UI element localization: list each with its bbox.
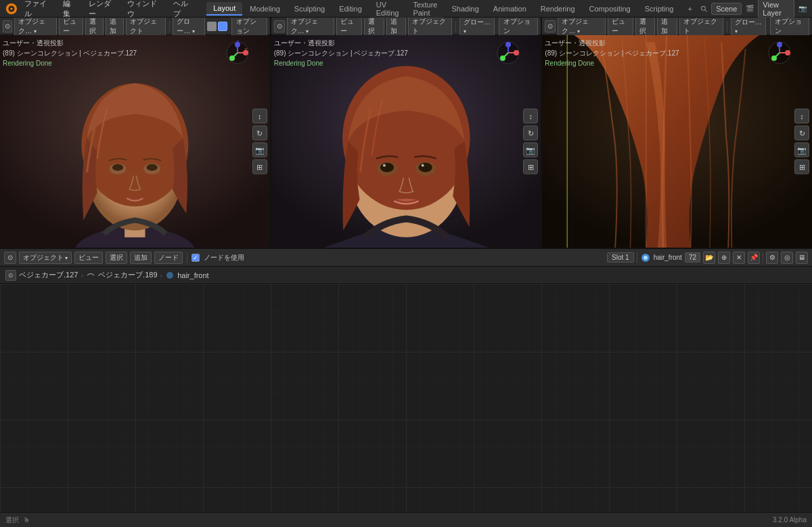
vp3-collection: (89) シーンコレクション | ベジェカーブ.127 bbox=[545, 48, 679, 58]
vp2-camera-tool[interactable]: 📷 bbox=[523, 143, 538, 158]
ne-sep2 bbox=[637, 252, 637, 263]
vp2-select-btn[interactable]: 選択 bbox=[364, 18, 384, 37]
vp3-mode-icon[interactable]: ⊙ bbox=[545, 20, 556, 32]
vp3-view-btn[interactable]: ビュー bbox=[608, 18, 633, 37]
ne-overlay-icon[interactable]: ◎ bbox=[781, 252, 793, 264]
vp2-move-tool[interactable]: ↕ bbox=[523, 109, 538, 124]
vp3-select-btn[interactable]: 選択 bbox=[635, 18, 656, 37]
vp1-content[interactable]: ユーザー・透視投影 (89) シーンコレクション | ベジェカーブ.127 Re… bbox=[0, 35, 270, 248]
ne-settings-icon[interactable]: ⚙ bbox=[766, 252, 778, 264]
tab-rendering[interactable]: Rendering bbox=[534, 3, 582, 15]
search-icon[interactable] bbox=[700, 4, 707, 14]
tab-modeling[interactable]: Modeling bbox=[243, 3, 287, 15]
viewport-area: ⊙ オブジェク… ビュー 選択 追加 オブジェクト グロー… オプション bbox=[0, 18, 812, 249]
vp3-glow-btn[interactable]: グロー… bbox=[731, 18, 767, 36]
breadcrumb-curve-icon bbox=[86, 271, 95, 280]
vp1-collection: (89) シーンコレクション | ベジェカーブ.127 bbox=[3, 48, 137, 58]
ne-mode-icon[interactable]: ⊙ bbox=[4, 252, 16, 264]
vp2-add-btn[interactable]: 追加 bbox=[386, 18, 407, 37]
ne-add-btn[interactable]: 追加 bbox=[130, 252, 152, 264]
vp1-add-btn[interactable]: 追加 bbox=[106, 18, 124, 37]
vp3-move-tool[interactable]: ↕ bbox=[794, 109, 809, 124]
tab-layout[interactable]: Layout bbox=[206, 2, 242, 16]
svg-point-51 bbox=[644, 256, 648, 260]
status-select-label: 選択 bbox=[5, 515, 19, 525]
ne-slot-btn[interactable]: Slot 1 bbox=[607, 252, 634, 262]
material-icon bbox=[640, 252, 651, 263]
ne-sep1 bbox=[187, 252, 187, 263]
vp2-projection: ユーザー・透視投影 bbox=[274, 38, 408, 48]
viewport-3: ⊙ オブジェク… ビュー 選択 追加 オブジェクト グロー… オプション bbox=[542, 18, 812, 248]
tab-add[interactable]: + bbox=[681, 3, 698, 15]
breadcrumb-3[interactable]: hair_front bbox=[177, 271, 208, 279]
vp3-add-btn[interactable]: 追加 bbox=[657, 18, 677, 37]
vp3-rotate-tool[interactable]: ↻ bbox=[794, 126, 809, 141]
svg-point-30 bbox=[380, 162, 394, 172]
vp1-select-btn[interactable]: 選択 bbox=[85, 18, 104, 37]
workspace-tabs: Layout Modeling Sculpting Editing UV Edi… bbox=[206, 0, 699, 19]
viewport-2: ⊙ オブジェク… ビュー 選択 追加 オブジェクト グロー… オプション bbox=[271, 18, 543, 248]
svg-point-49 bbox=[777, 42, 782, 47]
vp2-content[interactable]: ユーザー・透視投影 (89) シーンコレクション | ベジェカーブ.127 Re… bbox=[271, 35, 541, 248]
tab-shading[interactable]: Shading bbox=[445, 3, 485, 15]
vp3-object2-btn[interactable]: オブジェクト bbox=[679, 18, 723, 37]
breadcrumb-icon[interactable]: ⊙ bbox=[5, 270, 16, 281]
status-version: 3.2.0 Alpha bbox=[773, 516, 807, 524]
tab-scripting[interactable]: Scripting bbox=[638, 3, 681, 15]
vp2-grid-tool[interactable]: ⊞ bbox=[523, 160, 538, 175]
ne-viewport-icon[interactable]: 🖥 bbox=[796, 252, 808, 264]
vp2-object-btn[interactable]: オブジェク… bbox=[287, 18, 334, 37]
blender-logo bbox=[5, 2, 18, 16]
scene-selector[interactable]: Scene bbox=[711, 3, 742, 15]
vp1-object2-btn[interactable]: オブジェクト bbox=[126, 18, 165, 37]
tab-sculpting[interactable]: Sculpting bbox=[288, 3, 332, 15]
vp1-object-btn[interactable]: オブジェク… bbox=[14, 18, 57, 37]
tab-compositing[interactable]: Compositing bbox=[583, 3, 637, 15]
svg-point-32 bbox=[383, 164, 386, 166]
vp3-grid-tool[interactable]: ⊞ bbox=[794, 160, 809, 175]
vp2-rotate-tool[interactable]: ↻ bbox=[523, 126, 538, 141]
vp3-content[interactable]: ユーザー・透視投影 (89) シーンコレクション | ベジェカーブ.127 Re… bbox=[542, 35, 812, 248]
ne-node-btn[interactable]: ノード bbox=[154, 252, 183, 264]
tab-texture-paint[interactable]: Texture Paint bbox=[406, 0, 444, 19]
ne-view-btn[interactable]: ビュー bbox=[74, 252, 103, 264]
ne-node-toggle-label: ノードを使用 bbox=[204, 253, 244, 262]
view-layer-icon: 📷 bbox=[798, 5, 807, 12]
viewport-1: ⊙ オブジェク… ビュー 選択 追加 オブジェクト グロー… オプション bbox=[0, 18, 271, 248]
tab-uv-editing[interactable]: UV Editing bbox=[369, 0, 406, 19]
view-layer-selector[interactable]: View Layer bbox=[758, 0, 794, 19]
vp2-object2-btn[interactable]: オブジェクト bbox=[408, 18, 452, 37]
vp3-object-btn[interactable]: オブジェク… bbox=[558, 18, 605, 37]
vp1-mode-icon[interactable]: ⊙ bbox=[3, 20, 12, 32]
ne-pin-icon[interactable]: 📌 bbox=[748, 252, 760, 264]
vp2-glow-btn[interactable]: グロー… bbox=[459, 18, 495, 36]
ne-copy-icon[interactable]: ⊕ bbox=[718, 252, 730, 264]
ne-object-btn[interactable]: オブジェクト bbox=[19, 252, 72, 264]
tab-editing[interactable]: Editing bbox=[332, 3, 369, 15]
ne-delete-icon[interactable]: ✕ bbox=[733, 252, 745, 264]
node-editor-toolbar: ⊙ オブジェクト ビュー 選択 追加 ノード ✓ ノードを使用 Slot 1 h… bbox=[0, 249, 812, 267]
vp1-shading-render[interactable] bbox=[218, 22, 227, 31]
vp1-move-tool[interactable]: ↕ bbox=[252, 109, 267, 124]
vp2-mode-icon[interactable]: ⊙ bbox=[274, 20, 285, 32]
vp1-glow-btn[interactable]: グロー… bbox=[173, 18, 205, 37]
vp2-status: Rendering Done bbox=[274, 58, 408, 68]
vp1-rotate-tool[interactable]: ↻ bbox=[252, 126, 267, 141]
tab-animation[interactable]: Animation bbox=[487, 3, 533, 15]
vp3-info: ユーザー・透視投影 (89) シーンコレクション | ベジェカーブ.127 Re… bbox=[545, 38, 679, 68]
scene-icon: 🎬 bbox=[746, 5, 754, 12]
vp1-grid-tool[interactable]: ⊞ bbox=[252, 160, 267, 175]
vp2-view-btn[interactable]: ビュー bbox=[336, 18, 362, 37]
vp1-shading-solid[interactable] bbox=[207, 22, 217, 31]
vp1-camera-tool[interactable]: 📷 bbox=[252, 143, 267, 158]
vp3-camera-tool[interactable]: 📷 bbox=[794, 143, 809, 158]
breadcrumb-2[interactable]: ベジェカーブ.189 bbox=[98, 270, 157, 280]
ne-use-nodes-checkbox[interactable]: ✓ bbox=[191, 254, 200, 262]
ne-browse-icon[interactable]: 📂 bbox=[703, 252, 715, 264]
breadcrumb-1[interactable]: ベジェカーブ.127 bbox=[19, 270, 78, 280]
ne-select-btn[interactable]: 選択 bbox=[106, 252, 127, 264]
vp1-view-btn[interactable]: ビュー bbox=[59, 18, 83, 37]
status-bar: 選択 🖱 3.2.0 Alpha bbox=[0, 512, 812, 527]
status-right: 3.2.0 Alpha bbox=[773, 516, 807, 524]
node-canvas[interactable]: ▼ テクスチャ座標 生成 ノーマル UV オブジェクト bbox=[0, 284, 812, 512]
